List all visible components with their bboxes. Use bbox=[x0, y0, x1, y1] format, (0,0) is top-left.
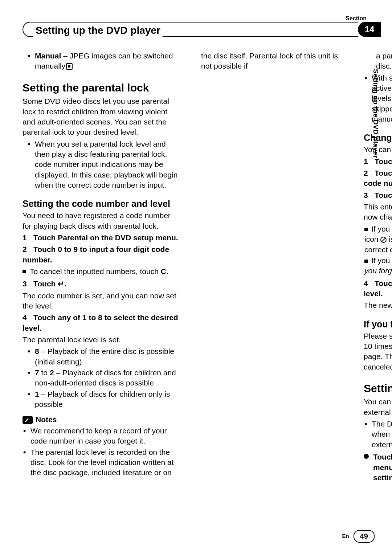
page-title: Setting up the DVD player bbox=[33, 24, 163, 37]
footer: En 49 bbox=[342, 530, 375, 543]
divx-step-head: Touch DivX Subtitle on the DVD setup men… bbox=[364, 452, 392, 483]
pencil-icon bbox=[23, 416, 33, 424]
c-step-4: 4Touch any of 1 to 8 to select the desir… bbox=[364, 278, 392, 299]
c-step-1: 1Touch Parental on the DVD setup menu. bbox=[364, 156, 392, 167]
body-content: Manual – JPEG images can be switched man… bbox=[23, 51, 349, 490]
heading-code-set: Setting the code number and level bbox=[23, 198, 179, 209]
c-step-3-note2: If you forget your code number, refer to… bbox=[364, 256, 392, 276]
heading-changing-level: Changing the level bbox=[364, 132, 392, 143]
stop-icon bbox=[66, 63, 73, 70]
enter-icon: ↵ bbox=[58, 279, 64, 288]
level-8: 8 – Playback of the entire disc is possi… bbox=[35, 346, 179, 367]
step-3: 3Touch ↵. bbox=[23, 279, 179, 289]
c-step-3: 3Touch ↵. bbox=[364, 190, 392, 200]
note-1: We recommend to keep a record of your co… bbox=[30, 426, 179, 446]
heading-divx: Setting the DivX subtitle file bbox=[364, 382, 392, 395]
c-step-3-note1: If you input an incorrect code number, t… bbox=[364, 224, 392, 255]
level-1: 1 – Playback of discs for children only … bbox=[35, 389, 179, 410]
lang-label: En bbox=[342, 532, 349, 540]
parental-note: When you set a parental lock level and t… bbox=[35, 139, 179, 191]
prohibit-icon bbox=[380, 237, 387, 243]
parental-intro: Some DVD video discs let you use parenta… bbox=[23, 96, 179, 137]
note-3: With some discs, the parental lock may b… bbox=[372, 73, 392, 125]
divx-note: The DivX subtitles will be displayed eve… bbox=[372, 419, 392, 450]
changing-intro: You can change the set parental lock lev… bbox=[364, 144, 392, 155]
c-step-3-body: This enters the code number, and you can… bbox=[364, 202, 392, 223]
notes-heading: Notes bbox=[23, 415, 179, 425]
c-step-4-body: The new parental lock level is set. bbox=[364, 300, 392, 310]
step-4: 4Touch any of 1 to 8 to select the desir… bbox=[23, 313, 179, 333]
c-step-2: 2Touch 0 to 9 to input the registered co… bbox=[364, 168, 392, 189]
step-3-body: The code number is set, and you can now … bbox=[23, 291, 179, 311]
note-2-cont: a parental lock level is not recorded in… bbox=[364, 51, 392, 72]
heading-parental-lock: Setting the parental lock bbox=[23, 82, 179, 94]
section-number-badge: 14 bbox=[358, 22, 381, 37]
section-label: Section bbox=[346, 15, 367, 23]
code-set-intro: You need to have registered a code numbe… bbox=[23, 211, 179, 231]
divx-intro: You can select whether to display DivX e… bbox=[364, 397, 392, 417]
level-7-2: 7 to 2 – Playback of discs for children … bbox=[35, 368, 179, 388]
step-1: 1Touch Parental on the DVD setup menu. bbox=[23, 233, 179, 243]
manual-item: Manual – JPEG images can be switched man… bbox=[35, 51, 179, 72]
step-4-body: The parental lock level is set. bbox=[23, 335, 179, 345]
heading-forget: If you forget your code number bbox=[364, 319, 392, 330]
step-2-note: To cancel the inputted numbers, touch C. bbox=[30, 266, 179, 277]
forget-body: Please see the following section, and to… bbox=[364, 331, 392, 372]
step-2: 2Touch 0 to 9 to input a four digit code… bbox=[23, 244, 179, 265]
page-number: 49 bbox=[354, 530, 375, 543]
